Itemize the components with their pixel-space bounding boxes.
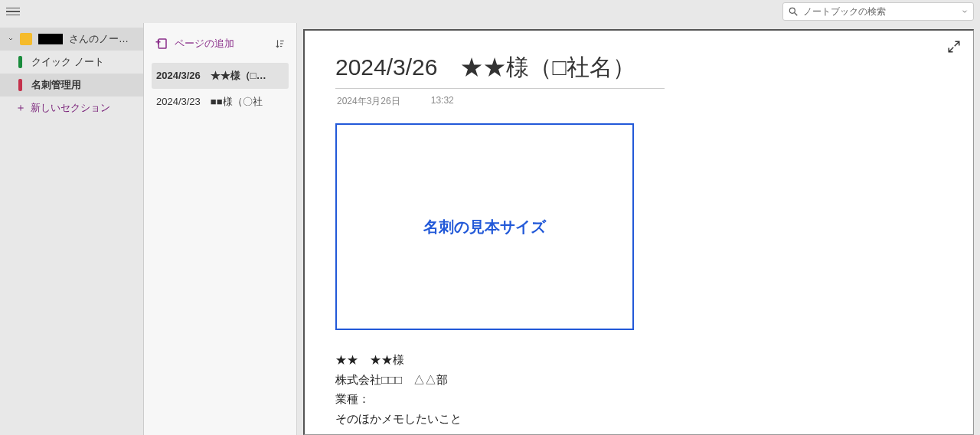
chevron-down-icon[interactable] (961, 8, 969, 15)
sidebar-section-quicknotes[interactable]: クイック ノート (0, 51, 143, 74)
sidebar: さんのノートブック クイック ノート 名刺管理用 ＋ 新しいセクション (0, 23, 144, 435)
page-list: ページの追加 2024/3/26 ★★様（□… 2024/3/23 ■■様（〇社 (144, 23, 297, 435)
add-page-icon (155, 37, 168, 51)
body-line: 業種： (335, 389, 942, 409)
sidebar-notebook[interactable]: さんのノートブック (0, 28, 143, 51)
chevron-down-icon (8, 36, 14, 42)
page-date: 2024年3月26日 (337, 95, 400, 108)
add-page-button[interactable]: ページの追加 (152, 34, 289, 54)
section-label: 名刺管理用 (31, 78, 81, 92)
svg-rect-2 (158, 39, 166, 48)
svg-line-1 (795, 13, 798, 16)
section-label: クイック ノート (31, 55, 104, 69)
notebook-icon (20, 33, 32, 45)
search-placeholder: ノートブックの検索 (803, 5, 956, 18)
search-icon (788, 6, 799, 17)
svg-line-9 (955, 41, 959, 46)
body-line: そのほかメモしたいこと (335, 409, 942, 429)
page-canvas[interactable]: 2024/3/26 ★★様（□社名） 2024年3月26日 13:32 名刺の見… (303, 29, 974, 435)
menu-toggle-icon[interactable] (6, 5, 20, 18)
svg-line-10 (949, 47, 953, 52)
body-line: 株式会社□□□ △△部 (335, 370, 942, 390)
expand-icon[interactable] (947, 40, 961, 54)
sidebar-new-section[interactable]: ＋ 新しいセクション (0, 96, 143, 119)
new-section-label: 新しいセクション (31, 101, 110, 115)
page-list-item[interactable]: 2024/3/23 ■■様（〇社 (152, 89, 289, 115)
section-color-icon (18, 56, 22, 68)
page-list-item[interactable]: 2024/3/26 ★★様（□… (152, 63, 289, 89)
sidebar-section-cards[interactable]: 名刺管理用 (0, 74, 143, 96)
notebook-label: さんのノートブック (69, 32, 136, 46)
page-body[interactable]: ★★ ★★様 株式会社□□□ △△部 業種： そのほかメモしたいこと (335, 350, 942, 428)
section-color-icon (18, 79, 22, 91)
page-title[interactable]: 2024/3/26 ★★様（□社名） (335, 52, 665, 89)
page-time: 13:32 (431, 95, 454, 108)
plus-icon: ＋ (15, 101, 24, 115)
add-page-label: ページの追加 (175, 37, 269, 51)
card-placeholder-box[interactable]: 名刺の見本サイズ (335, 123, 634, 330)
svg-point-0 (789, 8, 795, 13)
card-placeholder-text: 名刺の見本サイズ (423, 217, 546, 237)
sort-icon[interactable] (275, 38, 286, 49)
search-input[interactable]: ノートブックの検索 (782, 2, 974, 21)
body-line: ★★ ★★様 (335, 350, 942, 370)
redacted-name (38, 34, 63, 44)
